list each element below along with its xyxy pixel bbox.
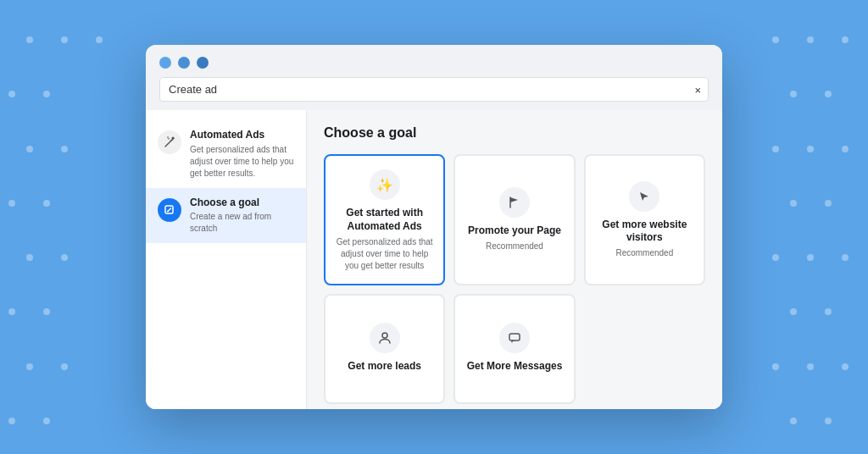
bg-dot [825, 308, 832, 315]
message-icon [508, 331, 521, 345]
bg-dot [26, 363, 33, 370]
window-dot-1 [159, 57, 171, 69]
address-text: Create ad [169, 83, 217, 96]
bg-dot [842, 254, 849, 261]
sidebar-automated-ads-title: Automated Ads [190, 129, 294, 142]
goal-card-website-visitors[interactable]: Get more website visitors Recommended [584, 154, 705, 285]
bg-dot [8, 200, 15, 207]
bg-dot [43, 418, 50, 424]
bg-dot [8, 308, 15, 315]
sidebar-item-choose-goal[interactable]: Choose a goal Create a new ad from scrat… [146, 188, 306, 244]
bg-dot [772, 363, 779, 370]
bg-dot [8, 91, 15, 97]
goal-card-automated-ads[interactable]: ✨ Get started with Automated Ads Get per… [324, 154, 445, 285]
window-dot-2 [178, 57, 190, 69]
goal-card-more-leads[interactable]: Get more leads [324, 294, 445, 404]
sidebar-icon-choose-goal [158, 198, 181, 222]
browser-window: Create ad × Auto [146, 45, 722, 409]
sidebar-automated-ads-desc: Get personalized ads that adjust over ti… [190, 144, 294, 180]
goal-title-automated-ads: Get started with Automated Ads [336, 207, 433, 233]
sidebar-choose-goal-text: Choose a goal Create a new ad from scrat… [190, 197, 294, 235]
bg-dot [26, 146, 33, 152]
wand-icon [164, 136, 175, 148]
edit-icon [164, 204, 175, 216]
bg-dot [43, 308, 50, 315]
bg-dot [825, 91, 832, 97]
svg-rect-9 [509, 334, 520, 340]
bg-dot [772, 36, 779, 43]
bg-dot [61, 363, 68, 370]
svg-point-8 [382, 333, 387, 338]
goals-grid-top: ✨ Get started with Automated Ads Get per… [324, 154, 705, 285]
goal-icon-more-leads [370, 323, 400, 353]
right-panel: Choose a goal ✨ Get started with Automat… [307, 110, 722, 409]
person-icon [378, 331, 392, 345]
bg-dot [772, 146, 779, 152]
goal-recommended-promote-page: Recommended [486, 241, 543, 251]
address-bar: Create ad × [146, 77, 722, 110]
bg-dot [61, 254, 68, 261]
bg-dot [790, 200, 797, 207]
goal-card-promote-page[interactable]: Promote your Page Recommended [453, 154, 575, 285]
bg-dot [26, 36, 33, 43]
bg-dot [842, 363, 849, 370]
panel-heading: Choose a goal [324, 125, 705, 141]
address-close-button[interactable]: × [694, 83, 701, 96]
goal-title-more-messages: Get More Messages [467, 360, 563, 374]
goal-recommended-website-visitors: Recommended [615, 248, 673, 257]
goals-grid-bottom: Get more leads Get More Messages [324, 294, 705, 404]
sidebar-item-automated-ads[interactable]: Automated Ads Get personalized ads that … [146, 120, 306, 188]
bg-dot [96, 36, 103, 43]
sidebar-icon-automated-ads [158, 130, 181, 154]
sidebar-automated-ads-text: Automated Ads Get personalized ads that … [190, 129, 294, 180]
goal-card-more-messages[interactable]: Get More Messages [453, 294, 575, 404]
bg-dot [842, 36, 849, 43]
goal-icon-promote-page [499, 187, 530, 218]
bg-dot [26, 254, 33, 261]
svg-point-2 [172, 137, 175, 140]
goal-icon-automated-ads: ✨ [370, 169, 400, 200]
bg-dot [8, 418, 15, 424]
bg-dot [43, 200, 50, 207]
goal-icon-website-visitors [629, 181, 659, 212]
flag-icon [508, 196, 521, 209]
bg-dot [772, 254, 779, 261]
bg-dot [61, 146, 68, 152]
bg-dot [825, 418, 832, 424]
window-dot-3 [197, 57, 209, 69]
sidebar-choose-goal-title: Choose a goal [190, 197, 294, 210]
cursor-icon [637, 190, 651, 203]
sidebar-choose-goal-desc: Create a new ad from scratch [190, 211, 294, 235]
goal-title-website-visitors: Get more website visitors [596, 219, 693, 245]
sidebar: Automated Ads Get personalized ads that … [146, 110, 307, 409]
bg-dot [790, 418, 797, 424]
bg-dot [790, 91, 797, 97]
svg-line-5 [169, 138, 170, 139]
bg-dot [807, 146, 814, 152]
goal-card-placeholder [584, 294, 705, 404]
goal-title-promote-page: Promote your Page [468, 224, 561, 238]
bg-dot [790, 308, 797, 315]
goal-desc-automated-ads: Get personalized ads that adjust over ti… [336, 236, 433, 272]
bg-dot [807, 363, 814, 370]
main-content: Automated Ads Get personalized ads that … [146, 110, 722, 409]
goal-icon-more-messages [499, 323, 530, 353]
bg-dot [807, 254, 814, 261]
bg-dot [842, 146, 849, 152]
bg-dot [43, 91, 50, 97]
goal-title-more-leads: Get more leads [348, 360, 421, 374]
bg-dot [807, 36, 814, 43]
bg-dot [825, 200, 832, 207]
svg-point-7 [167, 210, 169, 212]
title-bar [146, 45, 722, 77]
bg-dot [61, 36, 68, 43]
